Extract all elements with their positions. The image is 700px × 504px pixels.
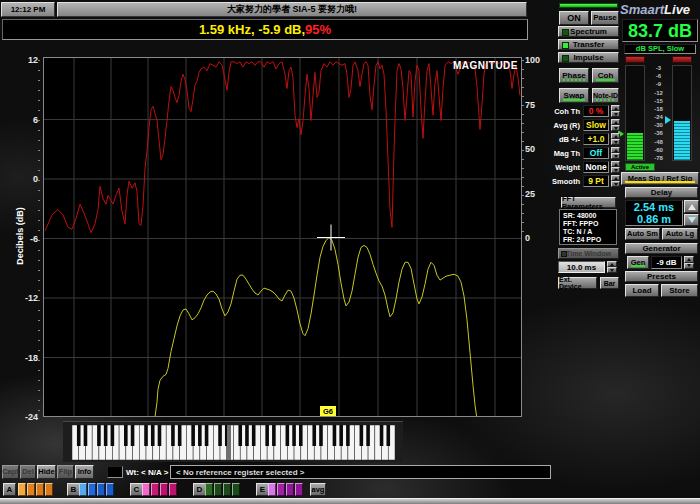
mode-checkbox-impulse bbox=[562, 55, 569, 62]
reference-register-field[interactable]: < No reference register selected > bbox=[170, 465, 551, 479]
register-swatch-e2[interactable] bbox=[277, 483, 285, 496]
param-value-2[interactable]: +1.0 bbox=[583, 133, 609, 145]
status-button-del[interactable]: Del bbox=[20, 465, 36, 479]
up-arrow-icon bbox=[614, 135, 618, 138]
right-tick-label: 100 bbox=[525, 55, 551, 65]
param-spinner-0[interactable] bbox=[611, 105, 620, 117]
presets-button[interactable]: Presets bbox=[625, 271, 698, 282]
mode-button-impulse[interactable]: Impulse bbox=[558, 52, 619, 63]
piano-keyboard[interactable] bbox=[72, 425, 395, 460]
param-value-5[interactable]: 9 Pt bbox=[583, 175, 609, 187]
register-swatch-a3[interactable] bbox=[36, 483, 44, 496]
down-arrow-icon bbox=[614, 113, 618, 116]
register-swatch-d4[interactable] bbox=[232, 483, 240, 496]
magnitude-plot[interactable]: G6 MAGNITUDE bbox=[43, 57, 522, 417]
toggle-button-note-id[interactable]: Note-ID bbox=[592, 88, 619, 103]
left-minor-ticks bbox=[38, 60, 40, 414]
title-bar: 大家努力的學者 SIA-5 要努力哦! bbox=[57, 2, 527, 17]
mode-button-transfer[interactable]: Transfer bbox=[558, 39, 619, 50]
store-button[interactable]: Store bbox=[661, 284, 698, 297]
left-tick-label: 6 bbox=[10, 115, 38, 125]
load-button[interactable]: Load bbox=[625, 284, 659, 297]
toggle-button-coh[interactable]: Coh bbox=[592, 68, 619, 83]
toggle-button-swap[interactable]: Swap bbox=[559, 88, 589, 103]
param-spinner-1[interactable] bbox=[611, 119, 620, 131]
register-swatch-a4[interactable] bbox=[45, 483, 53, 496]
spinner-arrow[interactable] bbox=[611, 153, 620, 159]
fft-info-line: FFT: FPPO bbox=[563, 220, 616, 228]
auto-sm-button[interactable]: Auto Sm bbox=[625, 228, 660, 240]
fft-parameters-button[interactable]: FFT Parameters bbox=[561, 197, 616, 208]
meter-scale-label: -24 bbox=[654, 114, 663, 120]
register-swatch-d3[interactable] bbox=[223, 483, 231, 496]
left-tick-label: -12 bbox=[10, 293, 38, 303]
time-window-label: Time Window bbox=[566, 250, 611, 257]
register-swatch-c3[interactable] bbox=[160, 483, 168, 496]
spinner-arrow[interactable] bbox=[611, 139, 620, 145]
param-label-2: dB +/- bbox=[528, 135, 580, 144]
register-swatch-e4[interactable] bbox=[295, 483, 303, 496]
register-avg-button[interactable]: avg bbox=[310, 483, 326, 496]
register-swatch-c2[interactable] bbox=[151, 483, 159, 496]
bottom-strip bbox=[0, 498, 700, 504]
meter-scale-label: -6 bbox=[656, 73, 661, 79]
auto-lg-button[interactable]: Auto Lg bbox=[662, 228, 698, 240]
weight-status: Wt: < N/A > bbox=[126, 466, 168, 478]
gen-button[interactable]: Gen bbox=[627, 256, 649, 269]
param-spinner-4[interactable] bbox=[611, 161, 620, 173]
status-button-capt[interactable]: Capt bbox=[2, 465, 19, 479]
meas-ref-sig-button[interactable]: Meas Sig / Ref Sig bbox=[621, 172, 699, 185]
clock: 12:12 PM bbox=[1, 2, 55, 17]
smaartlive-window: 12:12 PM 大家努力的學者 SIA-5 要努力哦! 1.59 kHz, -… bbox=[0, 0, 700, 504]
register-swatch-d1[interactable] bbox=[205, 483, 213, 496]
register-swatch-a1[interactable] bbox=[18, 483, 26, 496]
param-value-0[interactable]: 0 % bbox=[583, 105, 609, 117]
spinner-arrow[interactable] bbox=[611, 125, 620, 131]
spinner-arrow[interactable] bbox=[611, 111, 620, 117]
logo-part1: Smaart bbox=[620, 2, 664, 17]
param-spinner-5[interactable] bbox=[611, 175, 620, 187]
param-value-3[interactable]: Off bbox=[583, 147, 609, 159]
ext-device-button[interactable]: Ext. Device bbox=[558, 277, 597, 289]
toggle-button-phase[interactable]: Phase bbox=[559, 68, 589, 83]
mode-checkbox-transfer bbox=[562, 42, 569, 49]
meter-scale-label: -48 bbox=[654, 139, 663, 145]
register-swatch-e1[interactable] bbox=[268, 483, 276, 496]
generator-spinner[interactable] bbox=[684, 256, 694, 269]
register-swatch-e3[interactable] bbox=[286, 483, 294, 496]
reference-register-text: < No reference register selected > bbox=[176, 468, 305, 477]
param-spinner-3[interactable] bbox=[611, 147, 620, 159]
register-swatch-b2[interactable] bbox=[88, 483, 96, 496]
spinner-arrow[interactable] bbox=[611, 181, 620, 187]
register-swatch-b3[interactable] bbox=[97, 483, 105, 496]
pause-button[interactable]: Pause bbox=[591, 11, 619, 25]
mode-button-spectrum[interactable]: Spectrum bbox=[558, 26, 619, 37]
time-window-value[interactable]: 10.0 ms bbox=[558, 261, 605, 273]
register-swatch-c1[interactable] bbox=[142, 483, 150, 496]
status-button-flip[interactable]: Flip bbox=[57, 465, 74, 479]
magnitude-trace bbox=[155, 238, 477, 418]
register-swatch-c4[interactable] bbox=[169, 483, 177, 496]
delay-display: 2.54 ms 0.86 m bbox=[625, 200, 683, 226]
status-button-info[interactable]: Info bbox=[75, 465, 94, 479]
on-button[interactable]: ON bbox=[559, 11, 589, 25]
delay-button[interactable]: Delay bbox=[625, 187, 698, 198]
register-group-button-a[interactable]: A bbox=[3, 483, 16, 496]
right-tick-label: 25 bbox=[525, 189, 551, 199]
param-value-1[interactable]: Slow bbox=[583, 119, 609, 131]
delay-increase-button[interactable] bbox=[684, 200, 699, 213]
param-value-4[interactable]: None bbox=[583, 161, 609, 173]
spinner-arrow[interactable] bbox=[611, 167, 620, 173]
time-window-button[interactable]: Time Window bbox=[558, 248, 619, 259]
time-window-spinner[interactable] bbox=[607, 261, 617, 273]
status-button-hide[interactable]: Hide bbox=[37, 465, 56, 479]
register-swatch-a2[interactable] bbox=[27, 483, 35, 496]
register-swatch-d2[interactable] bbox=[214, 483, 222, 496]
param-spinner-2[interactable] bbox=[611, 133, 620, 145]
delay-decrease-button[interactable] bbox=[684, 214, 699, 226]
toggle-underline bbox=[596, 99, 615, 101]
register-swatch-b1[interactable] bbox=[79, 483, 87, 496]
generator-button[interactable]: Generator bbox=[625, 243, 698, 254]
bar-button[interactable]: Bar bbox=[600, 277, 619, 289]
register-swatch-b4[interactable] bbox=[106, 483, 114, 496]
